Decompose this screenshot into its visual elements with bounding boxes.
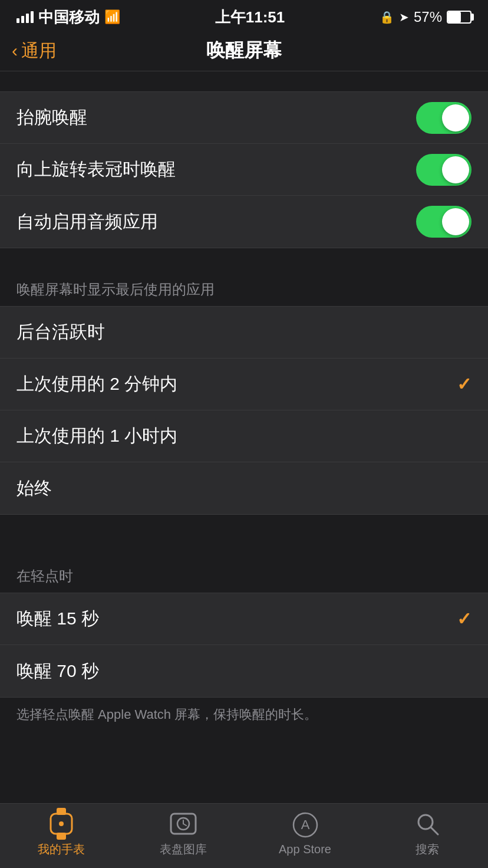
section-gap-1	[0, 71, 488, 91]
option-70sec[interactable]: 唤醒 70 秒	[0, 645, 488, 697]
checkmark-2min: ✓	[457, 374, 471, 394]
nav-back-button[interactable]: ‹ 通用	[12, 39, 57, 63]
status-right: 🔒 ➤ 57%	[380, 9, 471, 25]
option-label-background-active: 后台活跃时	[17, 320, 105, 344]
footer-note: 选择轻点唤醒 Apple Watch 屏幕，保持唤醒的时长。	[0, 698, 488, 732]
nav-back-label: 通用	[21, 39, 57, 63]
option-2min[interactable]: 上次使用的 2 分钟内 ✓	[0, 359, 488, 410]
svg-line-11	[431, 827, 438, 834]
section-gap-4	[0, 535, 488, 555]
section1-header: 唤醒屏幕时显示最后使用的应用	[0, 268, 488, 306]
signal-bar-4	[31, 11, 34, 23]
option-15sec[interactable]: 唤醒 15 秒 ✓	[0, 593, 488, 645]
tab-app-store[interactable]: A App Store	[244, 810, 366, 856]
status-time: 上午11:51	[215, 7, 285, 28]
content-area: 抬腕唤醒 向上旋转表冠时唤醒 自动启用音频应用 唤醒屏幕时显示最后使用的应用 后…	[0, 71, 488, 803]
appstore-icon: A	[290, 810, 321, 840]
option-label-2min: 上次使用的 2 分钟内	[17, 372, 177, 396]
signal-bar-1	[17, 18, 19, 23]
checkmark-15sec: ✓	[457, 609, 471, 629]
carrier-label: 中国移动	[38, 7, 100, 28]
section2-selection-group: 唤醒 15 秒 ✓ 唤醒 70 秒	[0, 593, 488, 698]
toggle-knob	[442, 104, 469, 131]
back-chevron-icon: ‹	[12, 41, 18, 61]
option-label-always: 始终	[17, 476, 52, 501]
tab-my-watch[interactable]: 我的手表	[0, 808, 122, 857]
tab-label-search: 搜索	[416, 841, 439, 857]
svg-line-7	[183, 824, 186, 826]
toggle-knob-2	[442, 156, 469, 183]
toggle-settings-group: 抬腕唤醒 向上旋转表冠时唤醒 自动启用音频应用	[0, 91, 488, 248]
wifi-icon: 📶	[104, 9, 120, 25]
toggle-row-raise-wrist: 抬腕唤醒	[0, 92, 488, 144]
option-always[interactable]: 始终	[0, 462, 488, 514]
nav-bar: ‹ 通用 唤醒屏幕	[0, 32, 488, 71]
tab-search[interactable]: 搜索	[366, 808, 488, 857]
location-icon: ➤	[399, 10, 409, 24]
clock-faces-icon	[168, 808, 199, 839]
toggle-audio[interactable]	[416, 206, 471, 238]
tab-label-app-store: App Store	[279, 843, 331, 856]
option-label-70sec: 唤醒 70 秒	[17, 659, 99, 683]
section2-header: 在轻点时	[0, 555, 488, 593]
toggle-label-raise-wrist: 抬腕唤醒	[17, 106, 87, 130]
section-gap-2	[0, 248, 488, 268]
toggle-label-crown: 向上旋转表冠时唤醒	[17, 157, 176, 182]
tab-label-my-watch: 我的手表	[38, 841, 85, 857]
watch-icon	[46, 808, 77, 839]
toggle-row-audio: 自动启用音频应用	[0, 196, 488, 248]
signal-bar-3	[26, 14, 29, 23]
tab-watch-faces[interactable]: 表盘图库	[122, 808, 244, 857]
toggle-row-crown: 向上旋转表冠时唤醒	[0, 144, 488, 196]
option-label-1hour: 上次使用的 1 小时内	[17, 424, 177, 448]
page-title: 唤醒屏幕	[206, 38, 282, 64]
option-background-active[interactable]: 后台活跃时	[0, 307, 488, 359]
toggle-crown[interactable]	[416, 154, 471, 186]
section-gap-3	[0, 515, 488, 535]
lock-icon: 🔒	[380, 10, 394, 24]
status-left: 中国移动 📶	[17, 7, 120, 28]
status-bar: 中国移动 📶 上午11:51 🔒 ➤ 57%	[0, 0, 488, 32]
svg-point-3	[59, 821, 64, 826]
toggle-knob-3	[442, 208, 469, 235]
toggle-raise-wrist[interactable]	[416, 102, 471, 134]
option-1hour[interactable]: 上次使用的 1 小时内	[0, 410, 488, 462]
option-label-15sec: 唤醒 15 秒	[17, 607, 99, 631]
signal-bars	[17, 11, 34, 23]
toggle-label-audio: 自动启用音频应用	[17, 210, 158, 234]
svg-text:A: A	[301, 817, 309, 832]
search-icon	[412, 808, 443, 839]
tab-bar: 我的手表 表盘图库 A App Store 搜索	[0, 803, 488, 868]
battery-icon	[447, 11, 471, 24]
tab-label-watch-faces: 表盘图库	[160, 841, 207, 857]
battery-pct: 57%	[414, 9, 442, 25]
signal-bar-2	[21, 16, 24, 23]
section1-selection-group: 后台活跃时 上次使用的 2 分钟内 ✓ 上次使用的 1 小时内 始终	[0, 306, 488, 515]
